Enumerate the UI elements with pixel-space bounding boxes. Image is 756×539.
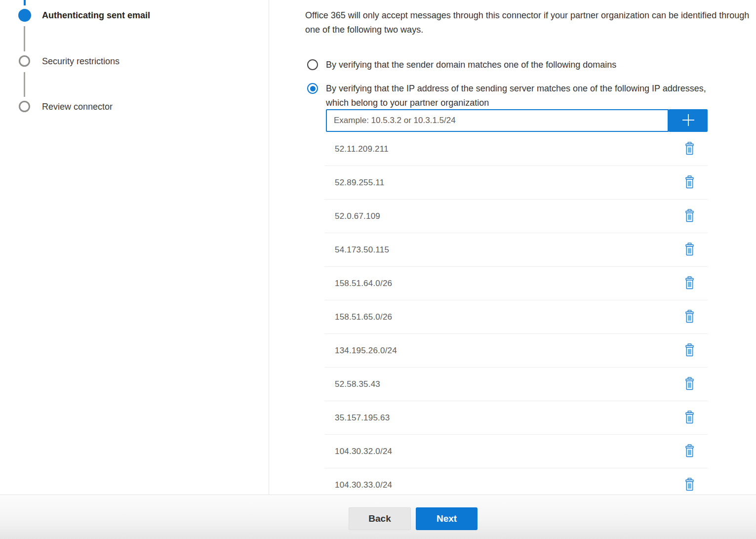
step-empty-circle-icon	[19, 101, 30, 112]
step-empty-circle-icon	[19, 55, 30, 67]
step-label-authenticating-sent-email: Authenticating sent email	[42, 9, 150, 22]
ip-address-input[interactable]	[326, 109, 669, 132]
ip-value: 54.173.50.115	[335, 245, 389, 255]
ip-list-row: 134.195.26.0/24	[324, 334, 708, 368]
ip-list-row: 54.173.50.115	[324, 233, 708, 267]
ip-value: 52.89.255.11	[335, 178, 384, 188]
ip-list-row: 52.11.209.211	[324, 132, 708, 166]
plus-icon	[680, 112, 696, 129]
ip-list-row: 52.89.255.11	[324, 166, 708, 200]
step-content-authenticating-sent-email: Office 365 will only accept messages thr…	[269, 0, 756, 495]
delete-ip-button[interactable]	[681, 139, 698, 159]
trash-icon	[684, 276, 695, 291]
ip-value: 52.58.35.43	[335, 379, 380, 389]
delete-ip-button[interactable]	[681, 307, 698, 327]
trash-icon	[684, 142, 695, 157]
stepper-connector	[24, 72, 25, 97]
ip-list-row: 158.51.64.0/26	[324, 267, 708, 300]
ip-list-row: 52.58.35.43	[324, 368, 708, 401]
delete-ip-button[interactable]	[681, 173, 698, 193]
delete-ip-button[interactable]	[681, 207, 698, 226]
trash-icon	[684, 175, 695, 190]
ip-list-row: 52.0.67.109	[324, 200, 708, 233]
radio-sender-domain[interactable]	[307, 59, 318, 70]
delete-ip-button[interactable]	[681, 341, 698, 361]
ip-value: 35.157.195.63	[335, 413, 390, 423]
ip-value: 158.51.64.0/26	[335, 279, 392, 289]
wizard-footer: Back Next	[0, 495, 756, 539]
stepper-connector-top	[24, 0, 26, 5]
add-ip-button[interactable]	[669, 109, 708, 132]
delete-ip-button[interactable]	[681, 408, 698, 428]
ip-value: 104.30.33.0/24	[335, 480, 392, 490]
trash-icon	[684, 478, 695, 493]
trash-icon	[684, 209, 695, 224]
trash-icon	[684, 343, 695, 358]
back-button[interactable]: Back	[349, 507, 411, 530]
ip-list: 52.11.209.211 52.89.255.11	[324, 132, 708, 502]
ip-value: 52.0.67.109	[335, 211, 380, 221]
wizard-stepper: Authenticating sent email Security restr…	[0, 0, 269, 495]
radio-ip-address[interactable]	[307, 83, 318, 94]
radio-selected-dot-icon	[310, 86, 316, 91]
next-button[interactable]: Next	[416, 507, 477, 530]
ip-value: 52.11.209.211	[335, 144, 389, 154]
ip-value: 104.30.32.0/24	[335, 447, 392, 456]
intro-text: Office 365 will only accept messages thr…	[305, 8, 756, 37]
ip-input-row	[326, 109, 708, 132]
trash-icon	[684, 243, 695, 257]
ip-value: 134.195.26.0/24	[335, 346, 397, 356]
step-label-review-connector: Review connector	[42, 100, 113, 113]
delete-ip-button[interactable]	[681, 274, 698, 293]
radio-ip-address-label[interactable]: By verifying that the IP address of the …	[326, 82, 729, 110]
ip-list-row: 104.30.32.0/24	[324, 435, 708, 468]
delete-ip-button[interactable]	[681, 240, 698, 260]
connector-wizard-screen: Authenticating sent email Security restr…	[0, 0, 756, 539]
ip-value: 158.51.65.0/26	[335, 312, 392, 322]
delete-ip-button[interactable]	[681, 475, 698, 495]
delete-ip-button[interactable]	[681, 442, 698, 461]
ip-list-row: 158.51.65.0/26	[324, 300, 708, 334]
delete-ip-button[interactable]	[681, 374, 698, 394]
radio-sender-domain-label[interactable]: By verifying that the sender domain matc…	[326, 58, 716, 71]
trash-icon	[684, 444, 695, 459]
trash-icon	[684, 310, 695, 325]
ip-list-row: 35.157.195.63	[324, 401, 708, 435]
trash-icon	[684, 377, 695, 392]
trash-icon	[684, 411, 695, 425]
stepper-connector	[24, 26, 25, 51]
step-label-security-restrictions: Security restrictions	[42, 55, 119, 68]
step-active-dot-icon	[18, 9, 31, 22]
